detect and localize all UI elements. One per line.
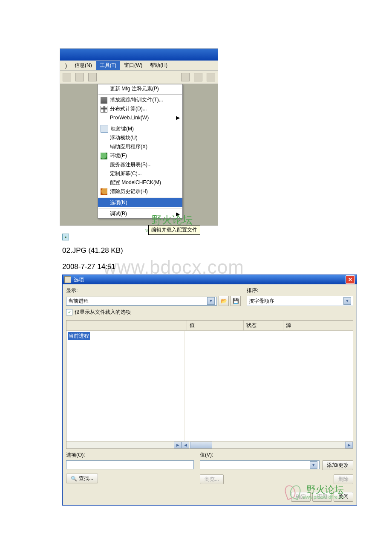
dropdown-arrow-icon: ▼ bbox=[207, 297, 215, 305]
screenshot-tools-menu: ) 信息(N) 工具(T) 窗口(W) 帮助(H) 更新 Mfg 注释元素(P)… bbox=[60, 48, 218, 226]
browse-button[interactable]: 浏览... bbox=[200, 474, 224, 484]
only-from-file-checkbox[interactable]: ✓ bbox=[66, 309, 72, 315]
dropdown-arrow-icon: ▼ bbox=[343, 297, 351, 305]
menu-dist-comp[interactable]: 分布式计算(D)... bbox=[98, 104, 182, 113]
display-combo[interactable]: 当前进程 ▼ bbox=[66, 297, 217, 306]
menu-server-reg[interactable]: 服务器注册表(S)... bbox=[98, 160, 182, 169]
toolbar bbox=[60, 71, 218, 84]
submenu-arrow-icon: ▶ bbox=[176, 115, 180, 121]
menu-proweblink[interactable]: Pro/Web.Link(W)▶ bbox=[98, 113, 182, 122]
sort-label: 排序: bbox=[247, 287, 353, 294]
value-label: 值(V): bbox=[200, 451, 353, 459]
image-caption: 02.JPG (41.28 KB) bbox=[62, 246, 392, 255]
watermark-leaf-icon bbox=[285, 485, 300, 500]
menu-help[interactable]: 帮助(H) bbox=[147, 61, 171, 70]
dialog-titlebar[interactable]: 选项 ✕ bbox=[63, 275, 357, 284]
menu-custom-screen[interactable]: 定制屏幕(C)... bbox=[98, 169, 182, 178]
col-name[interactable] bbox=[66, 321, 187, 330]
grid-icon bbox=[101, 106, 107, 113]
menu-update-mfg[interactable]: 更新 Mfg 注释元素(P) bbox=[98, 84, 182, 93]
watermark-url: www.proewildfire.cn bbox=[303, 494, 344, 500]
camera-icon bbox=[101, 97, 107, 104]
search-icon: 🔍 bbox=[71, 476, 77, 482]
save-icon: 💾 bbox=[233, 298, 239, 304]
menubar: ) 信息(N) 工具(T) 窗口(W) 帮助(H) bbox=[60, 61, 218, 71]
globe-icon bbox=[101, 153, 107, 159]
screenshot-options-dialog: 选项 ✕ 显示: 当前进程 ▼ 📂 💾 排序: bbox=[62, 275, 357, 506]
find-button[interactable]: 🔍查找... bbox=[66, 474, 98, 483]
display-label: 显示: bbox=[66, 287, 241, 294]
menu-environment[interactable]: 环境(E) bbox=[98, 151, 182, 160]
delete-button[interactable]: 删除 bbox=[334, 474, 353, 484]
paste-icon[interactable] bbox=[88, 73, 97, 81]
col-status[interactable]: 状态 bbox=[244, 321, 283, 330]
add-change-button[interactable]: 添加/更改 bbox=[322, 460, 353, 470]
folder-icon: 📂 bbox=[221, 298, 227, 304]
tool-icon[interactable] bbox=[181, 73, 190, 81]
menu-partial: ) bbox=[62, 62, 70, 69]
tools-dropdown: 更新 Mfg 注释元素(P) 播放跟踪/培训文件(T)... 分布式计算(D).… bbox=[98, 84, 183, 219]
menu-mapkeys[interactable]: 映射键(M) bbox=[98, 124, 182, 133]
col-value[interactable]: 值 bbox=[187, 321, 244, 330]
sort-combo[interactable]: 按字母顺序 ▼ bbox=[247, 296, 353, 306]
option-input[interactable] bbox=[66, 460, 194, 469]
menu-tools[interactable]: 工具(T) bbox=[96, 61, 120, 70]
zoom-in-icon[interactable] bbox=[194, 73, 202, 81]
image-placeholder-icon: ▪ bbox=[62, 234, 69, 240]
canvas-area: 更新 Mfg 注释元素(P) 播放跟踪/培训文件(T)... 分布式计算(D).… bbox=[60, 84, 218, 225]
close-button[interactable]: ✕ bbox=[346, 275, 355, 284]
options-table: 值 状态 源 当前进程 ▶ ◀▶ bbox=[66, 320, 353, 449]
value-combo[interactable]: ▼ bbox=[200, 460, 320, 469]
key-icon bbox=[101, 125, 108, 133]
copy-icon[interactable] bbox=[75, 73, 84, 81]
menu-aux-app[interactable]: 辅助应用程序(X) bbox=[98, 142, 182, 151]
open-file-button[interactable]: 📂 bbox=[219, 296, 229, 306]
dialog-title: 选项 bbox=[74, 276, 84, 283]
tooltip: 编辑并载入配置文件 bbox=[148, 225, 200, 235]
menu-options[interactable]: 选项(N) bbox=[98, 198, 182, 207]
cut-icon[interactable] bbox=[63, 73, 71, 81]
dropdown-arrow-icon: ▼ bbox=[310, 461, 317, 469]
menu-play-trail[interactable]: 播放跟踪/培训文件(T)... bbox=[98, 95, 182, 104]
zoom-out-icon[interactable] bbox=[207, 73, 215, 81]
menu-float-modules[interactable]: 浮动模块(U) bbox=[98, 133, 182, 142]
save-file-button[interactable]: 💾 bbox=[231, 296, 241, 306]
tree-item-current[interactable]: 当前进程 bbox=[68, 332, 90, 340]
menu-config-modelcheck[interactable]: 配置 ModelCHECK(M) bbox=[98, 178, 182, 187]
menu-clear-history[interactable]: 清除历史记录(H) bbox=[98, 187, 182, 196]
dialog-icon bbox=[64, 276, 71, 283]
menu-window[interactable]: 窗口(W) bbox=[121, 61, 146, 70]
timestamp: 2008-7-27 14:51 www.bdocx.com bbox=[62, 263, 392, 271]
menu-info[interactable]: 信息(N) bbox=[71, 61, 95, 70]
broom-icon bbox=[101, 188, 107, 195]
option-label: 选项(O): bbox=[66, 451, 194, 459]
only-from-file-label: 仅显示从文件载入的选项 bbox=[75, 309, 131, 316]
h-scrollbar[interactable]: ▶ ◀▶ bbox=[66, 441, 353, 448]
col-source[interactable]: 源 bbox=[283, 321, 353, 330]
window-titlebar bbox=[60, 49, 218, 61]
